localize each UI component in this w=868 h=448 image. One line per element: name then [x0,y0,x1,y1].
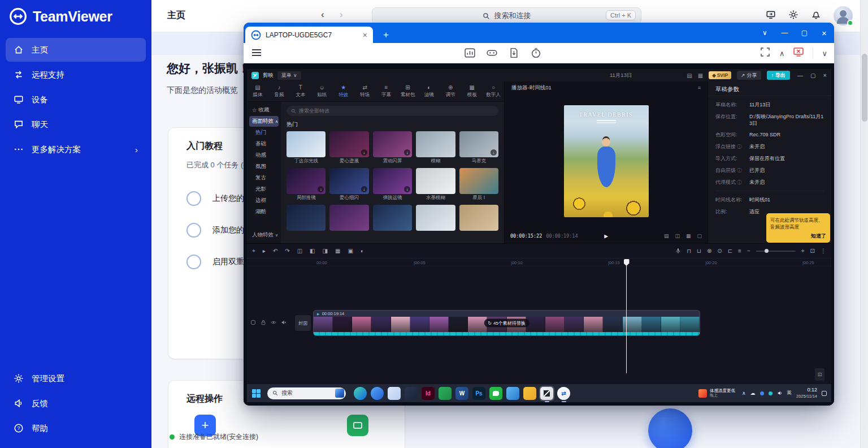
select-icon[interactable]: ▸ [263,248,266,254]
add-icon[interactable]: + [252,248,255,254]
svip-badge[interactable]: ◆SVIP [709,71,731,79]
effect-item[interactable]: 星辰 I [459,168,498,201]
volume-icon[interactable] [777,388,783,398]
ratio-icon[interactable]: ◫ [675,233,680,239]
category-item[interactable]: 热门 [249,127,279,138]
redo-icon[interactable]: ↷ [285,248,289,254]
rows-icon[interactable]: ≡ [738,248,741,254]
category-item[interactable]: 边框 [249,195,279,206]
category-favorites[interactable]: ☆收藏 [249,105,279,115]
jianying-icon[interactable] [540,387,553,400]
video-clip[interactable]: ▶ 00:00:19:14 ↻ 45个素材待替换 [314,311,700,335]
wechat-icon[interactable] [489,387,502,400]
widgets-icon[interactable] [486,47,498,61]
remote-window-titlebar[interactable]: LAPTOP-UGDE5GC7 × + ∨ — ▢ × [244,23,834,43]
sticker-tab[interactable]: ☺贴纸 [311,81,333,101]
fit-icon[interactable]: ⊡ [810,248,815,254]
tray-blue-dot-icon[interactable] [760,391,764,395]
cover-button[interactable]: 封面 [295,315,311,331]
grid-icon[interactable]: ▦ [686,233,691,239]
app-dark-icon[interactable] [405,387,418,400]
player-menu-icon[interactable]: ≡ [698,85,701,91]
task-checkbox[interactable] [186,255,201,269]
media-tab[interactable]: ▤媒体 [247,81,268,101]
zoom-in-icon[interactable]: + [801,248,805,254]
forward-icon[interactable]: › [340,9,343,20]
teamviewer-logo[interactable]: TeamViewer [0,0,151,37]
effect-item[interactable] [329,205,368,238]
category-item[interactable]: 动感 [249,150,279,161]
zoom-slider-knob[interactable] [765,249,769,253]
category-item[interactable]: 氛围 [249,161,279,172]
fullscreen-preview-icon[interactable]: ▢ [697,233,702,239]
effect-item[interactable]: ↓弹跳运镜 [373,168,412,201]
category-group-people-effects[interactable]: 人物特效∨ [249,230,279,240]
file-transfer-icon[interactable] [508,47,520,61]
close-tab-icon[interactable]: × [363,31,367,40]
pack-tab[interactable]: ⊞素材包 [397,81,418,101]
connect-device-icon[interactable] [766,10,776,22]
notification-center-icon[interactable] [822,391,827,396]
link-icon[interactable]: ⊗ [707,248,711,254]
back-icon[interactable]: ‹ [321,9,324,20]
freeze-icon[interactable]: ▣ [348,248,353,254]
layout-icon[interactable]: ▤ [687,72,692,79]
share-button[interactable]: ↗分享 [737,71,761,80]
taskbar-clock[interactable]: 0:12 2025/11/14 [796,387,817,399]
timeline-ruler[interactable]: 00:00|00:05|00:10|00:15|00:20|00:25 [247,259,831,266]
preview-icon[interactable]: ⊙ [717,248,722,254]
effects-search-input[interactable]: 搜索全部特效 [287,106,498,116]
taskbar-search-input[interactable]: 搜索 [267,387,346,399]
snap-icon[interactable]: ⊔ [697,248,701,254]
bell-icon[interactable] [811,10,821,22]
template-tab[interactable]: ▦模板 [461,81,483,101]
sidebar-item-more-solutions[interactable]: 更多解决方案› [6,137,146,161]
zoom-out-icon[interactable]: − [747,248,750,254]
effect-item[interactable] [287,205,326,238]
bracket-icon[interactable]: ⊏ [728,248,732,254]
sidebar-item-remote-support[interactable]: 远程支持 [6,63,146,87]
quality-icon[interactable]: ▤ [664,233,669,239]
session-timer-icon[interactable] [530,47,542,61]
effect-item[interactable]: ↓爱心迸溅 [329,131,368,165]
sidebar-item-devices[interactable]: 设备 [6,88,146,111]
more-options-chevron-icon[interactable]: ∨ [822,49,827,58]
audio-tab[interactable]: ♪音频 [268,81,290,101]
tray-teal-dot-icon[interactable] [769,391,772,395]
mic-icon[interactable] [675,248,681,254]
jy-close-icon[interactable]: × [823,72,827,79]
search-input[interactable]: 搜索和连接 Ctrl + K [372,7,641,24]
captions-tab[interactable]: ≡字幕 [376,81,397,101]
effect-item[interactable] [459,205,498,238]
help-fab[interactable] [648,408,692,448]
text-tab[interactable]: T文本 [290,81,311,101]
scrollbar-thumb[interactable] [862,54,867,122]
start-button[interactable] [252,389,261,398]
effect-item[interactable]: 丁达尔光线 [287,131,326,165]
category-item[interactable]: 复古 [249,173,279,183]
avatar-tab[interactable]: ○数字人 [483,81,504,101]
session-tab[interactable]: LAPTOP-UGDE5GC7 × [245,27,373,43]
split-icon[interactable]: ◫ [297,248,302,254]
photoshop-icon[interactable]: Ps [472,387,485,400]
gear-icon[interactable] [788,10,798,22]
eye-icon[interactable] [271,320,276,325]
undo-icon[interactable]: ↶ [273,248,277,254]
effect-item[interactable]: ↓爱心细闪 [329,168,368,201]
close-window-button[interactable]: × [814,23,834,43]
more-icon[interactable]: ⋮ [821,248,826,254]
sidebar-item-feedback[interactable]: 反馈 [6,391,146,415]
indesign-icon[interactable]: Id [422,387,435,400]
filter-tab[interactable]: ◐滤镜 [418,81,440,101]
page-scrollbar[interactable] [860,0,868,448]
delete-icon[interactable]: ▦ [335,248,340,254]
transition-tab[interactable]: ⇄转场 [354,81,376,101]
category-group-screen-effects[interactable]: 画面特效∧ [249,116,279,127]
hamburger-menu-icon[interactable] [252,49,261,50]
teamviewer-icon[interactable]: ⇄ [557,387,570,400]
timeline-zoom-slider[interactable] [756,251,796,252]
maximize-button[interactable]: ▢ [795,23,814,43]
play-button[interactable]: ▶ [604,232,608,240]
task-checkbox[interactable] [186,223,201,238]
window-menu-chevron-icon[interactable]: ∨ [755,23,775,43]
